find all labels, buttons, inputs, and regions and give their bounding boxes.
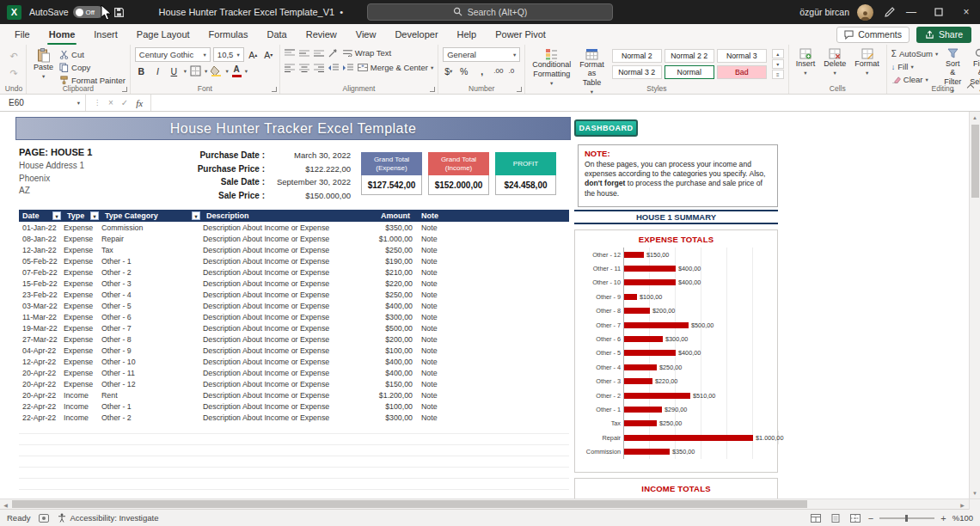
- table-cell[interactable]: Description About Income or Expense: [203, 358, 361, 366]
- tab-power-pivot[interactable]: Power Pivot: [486, 24, 555, 45]
- table-cell[interactable]: 11-Mar-22: [19, 313, 64, 321]
- table-cell[interactable]: Rent: [101, 391, 203, 400]
- table-cell[interactable]: Description About Income or Expense: [203, 268, 361, 277]
- zoom-slider[interactable]: [879, 517, 934, 519]
- copy-button[interactable]: Copy: [59, 62, 126, 73]
- column-header-type[interactable]: Type▾: [64, 210, 101, 222]
- total-card-value[interactable]: $152.000,00: [428, 175, 489, 195]
- table-row[interactable]: 04-Apr-22ExpenseOther - 9Description Abo…: [19, 345, 569, 356]
- cell-style-normal-3-2[interactable]: Normal 3 2: [612, 65, 662, 79]
- table-cell[interactable]: Repair: [101, 235, 203, 243]
- tab-view[interactable]: View: [346, 24, 386, 45]
- scroll-down-icon[interactable]: ▼: [970, 487, 980, 498]
- excel-logo-icon[interactable]: X: [7, 5, 21, 20]
- tab-formulas[interactable]: Formulas: [199, 24, 258, 45]
- vertical-scroll-thumb[interactable]: [971, 125, 979, 198]
- table-cell[interactable]: 23-Feb-22: [19, 291, 64, 299]
- tab-insert[interactable]: Insert: [84, 24, 127, 45]
- column-header-description[interactable]: Description: [203, 210, 361, 222]
- percent-style-icon[interactable]: %: [457, 64, 470, 77]
- align-middle-icon[interactable]: [299, 49, 309, 58]
- page-break-view-icon[interactable]: [848, 512, 862, 524]
- table-row[interactable]: 23-Feb-22ExpenseOther - 4Description Abo…: [19, 289, 569, 300]
- name-box[interactable]: E60 ▾: [0, 95, 86, 111]
- chart-bar[interactable]: [624, 252, 644, 258]
- conditional-formatting-button[interactable]: Conditional Formatting ▾: [530, 47, 573, 87]
- table-cell[interactable]: Expense: [64, 302, 101, 310]
- chart-bar[interactable]: [624, 279, 676, 285]
- chart-bar[interactable]: [624, 407, 662, 413]
- column-header-type-category[interactable]: Type Category▾: [101, 210, 203, 222]
- table-cell[interactable]: Description About Income or Expense: [203, 335, 361, 344]
- table-row[interactable]: 20-Apr-22ExpenseOther - 12Description Ab…: [19, 378, 569, 389]
- table-row[interactable]: 15-Feb-22ExpenseOther - 3Description Abo…: [19, 278, 569, 289]
- table-cell[interactable]: Description About Income or Expense: [203, 369, 361, 377]
- increase-decimal-icon[interactable]: .00: [493, 64, 503, 77]
- maximize-button[interactable]: [925, 0, 952, 24]
- chart-bar[interactable]: [624, 378, 652, 384]
- cell-style-normal[interactable]: Normal: [665, 65, 714, 79]
- table-cell[interactable]: $350,00: [361, 223, 413, 232]
- formula-handle-icon[interactable]: ⋮: [94, 99, 101, 107]
- table-cell[interactable]: Note: [413, 268, 569, 277]
- comments-button[interactable]: Comments: [836, 27, 910, 43]
- table-cell[interactable]: $400,00: [361, 302, 413, 310]
- table-cell[interactable]: 01-Jan-22: [19, 223, 64, 232]
- redo-icon[interactable]: ↷: [6, 67, 21, 80]
- wrap-text-button[interactable]: Wrap Text: [343, 47, 391, 58]
- table-cell[interactable]: Description About Income or Expense: [203, 257, 361, 266]
- number-dialog-launcher[interactable]: [517, 87, 522, 92]
- table-cell[interactable]: Expense: [64, 313, 101, 321]
- cell-style-normal-3[interactable]: Normal 3: [717, 49, 767, 63]
- fill-color-icon[interactable]: [211, 65, 222, 76]
- filter-dropdown-icon[interactable]: ▾: [52, 211, 61, 220]
- increase-font-icon[interactable]: A▴: [247, 48, 260, 61]
- table-cell[interactable]: Expense: [64, 291, 101, 299]
- column-header-amount[interactable]: Amount: [361, 210, 413, 222]
- pen-icon[interactable]: [882, 3, 897, 21]
- chart-bar[interactable]: [624, 393, 690, 399]
- user-avatar[interactable]: [857, 4, 873, 21]
- table-row[interactable]: 12-Apr-22ExpenseOther - 10Description Ab…: [19, 356, 569, 367]
- table-cell[interactable]: 20-Apr-22: [19, 380, 64, 388]
- minimize-button[interactable]: —: [897, 0, 925, 24]
- gallery-up-icon[interactable]: ▴: [772, 49, 784, 58]
- table-cell[interactable]: Description About Income or Expense: [203, 235, 361, 243]
- font-dialog-launcher[interactable]: [272, 87, 277, 92]
- table-cell[interactable]: $150,00: [361, 380, 413, 388]
- horizontal-scrollbar[interactable]: ◀ ▶: [0, 498, 980, 509]
- table-row[interactable]: 27-Mar-22ExpenseOther - 8Description Abo…: [19, 333, 569, 345]
- chart-bar[interactable]: [624, 308, 650, 314]
- table-row[interactable]: 22-Apr-22IncomeOther - 1Description Abou…: [19, 401, 569, 412]
- normal-view-icon[interactable]: [809, 512, 823, 524]
- house-page-label[interactable]: PAGE: HOUSE 1: [19, 147, 92, 157]
- tab-review[interactable]: Review: [297, 24, 346, 45]
- table-cell[interactable]: Commission: [101, 223, 203, 232]
- table-cell[interactable]: Note: [413, 246, 569, 254]
- table-cell[interactable]: $100,00: [361, 402, 413, 411]
- table-cell[interactable]: Description About Income or Expense: [203, 346, 361, 355]
- house-field-value[interactable]: March 30, 2022: [265, 150, 351, 160]
- table-row[interactable]: 20-Apr-22ExpenseOther - 11Description Ab…: [19, 367, 569, 378]
- chart-bar[interactable]: [624, 449, 670, 455]
- table-cell[interactable]: Expense: [64, 324, 101, 333]
- table-cell[interactable]: $100,00: [361, 346, 413, 355]
- user-name[interactable]: özgür bircan: [799, 7, 849, 17]
- chart-bar[interactable]: [624, 420, 657, 426]
- house-field-value[interactable]: $122.222,00: [265, 164, 351, 174]
- font-family-select[interactable]: Century Gothic▾: [135, 47, 211, 62]
- table-cell[interactable]: Expense: [64, 346, 101, 355]
- table-cell[interactable]: Note: [413, 324, 569, 333]
- scroll-right-icon[interactable]: ▶: [957, 499, 968, 510]
- insert-function-icon[interactable]: fx: [136, 98, 143, 108]
- table-cell[interactable]: Description About Income or Expense: [203, 313, 361, 321]
- tab-help[interactable]: Help: [448, 24, 487, 45]
- table-cell[interactable]: $250,00: [361, 291, 413, 299]
- house-city[interactable]: Phoenix: [19, 173, 92, 186]
- table-cell[interactable]: Income: [64, 402, 101, 411]
- table-cell[interactable]: Description About Income or Expense: [203, 402, 361, 411]
- filter-dropdown-icon[interactable]: ▾: [192, 211, 200, 220]
- undo-icon[interactable]: ↶: [6, 50, 21, 63]
- gallery-more-icon[interactable]: ≡: [772, 70, 784, 79]
- table-cell[interactable]: Other - 4: [101, 291, 203, 299]
